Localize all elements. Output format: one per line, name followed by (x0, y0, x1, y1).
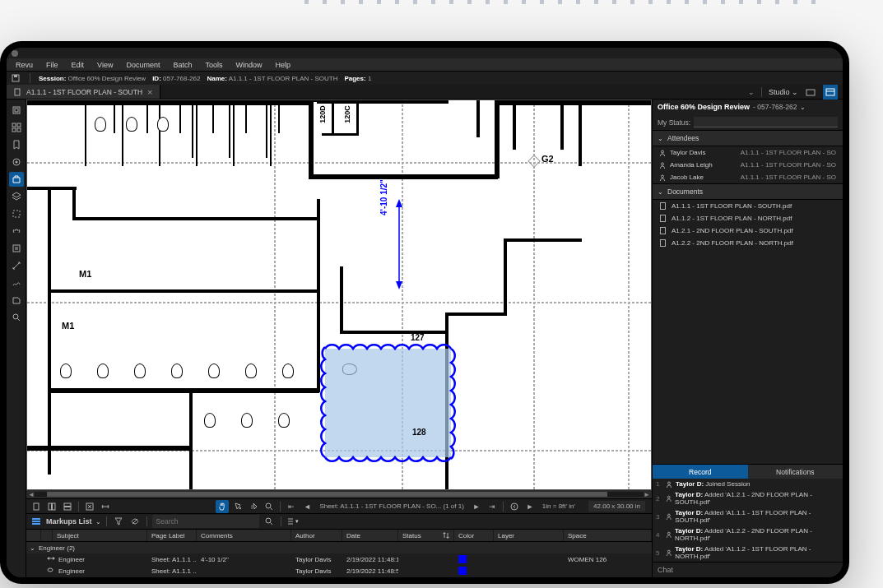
svg-point-34 (511, 503, 518, 510)
chevron-down-icon[interactable]: ⌄ (800, 104, 806, 111)
document-item[interactable]: A1.2.2 - 2ND FLOOR PLAN - NORTH.pdf (653, 237, 843, 249)
status-input[interactable] (694, 117, 838, 127)
markups-list-icon[interactable] (30, 515, 43, 528)
markup-row[interactable]: EngineerSheet: A1.1.1 ...4'-10 1/2"Taylo… (26, 553, 652, 565)
column-color[interactable]: Color (454, 530, 494, 541)
column-layer[interactable]: Layer (494, 530, 564, 541)
tool-chest-icon[interactable] (9, 172, 24, 187)
column-date[interactable]: Date (342, 530, 398, 541)
properties-icon[interactable] (9, 155, 24, 169)
markup-date: 2/19/2022 11:48:19 ... (342, 556, 398, 563)
svg-point-62 (667, 550, 670, 553)
studio-sessions-icon[interactable] (823, 85, 838, 100)
svg-rect-4 (826, 89, 834, 95)
single-page-icon[interactable] (30, 500, 43, 513)
session-save-icon[interactable] (10, 72, 21, 84)
column-status[interactable]: Status (398, 530, 454, 541)
menu-revu[interactable]: Revu (10, 59, 39, 71)
columns-icon[interactable]: ▾ (286, 515, 300, 528)
layers-icon[interactable] (9, 189, 24, 204)
svg-marker-49 (47, 557, 49, 560)
side-by-side-icon[interactable] (61, 500, 74, 513)
documents-section[interactable]: ⌄ Documents (653, 183, 843, 200)
menu-help[interactable]: Help (269, 59, 296, 71)
studio-projects-icon[interactable] (803, 85, 818, 100)
search-icon[interactable] (9, 310, 24, 325)
column-author[interactable]: Author (291, 530, 342, 541)
studio-dropdown[interactable]: Studio ⌄ (769, 88, 798, 96)
bookmarks-icon[interactable] (9, 137, 24, 152)
thumbnails-icon[interactable] (9, 120, 24, 135)
measurements-icon[interactable] (9, 258, 24, 273)
hide-markups-icon[interactable] (128, 515, 142, 528)
file-access-icon[interactable] (9, 103, 24, 118)
column-comments[interactable]: Comments (197, 530, 291, 541)
signatures-icon[interactable] (9, 275, 24, 290)
column-subject[interactable]: Subject (53, 530, 147, 541)
menu-document[interactable]: Document (120, 59, 165, 71)
menu-window[interactable]: Window (230, 59, 267, 71)
scrollbar-horizontal[interactable]: ◄ ► (26, 490, 652, 498)
person-icon (666, 549, 672, 556)
svg-rect-7 (15, 109, 18, 112)
sets-icon[interactable] (9, 293, 24, 308)
markup-row[interactable]: EngineerSheet: A1.1.1 ...Taylor Davis2/1… (26, 565, 652, 576)
spaces-icon[interactable] (9, 206, 24, 221)
markups-dropdown-icon[interactable]: ⌄ (95, 518, 101, 525)
menu-batch[interactable]: Batch (167, 59, 198, 71)
markups-group[interactable]: ⌄ Engineer (2) (26, 542, 652, 553)
chat-label[interactable]: Chat (653, 562, 843, 577)
search-icon[interactable] (263, 515, 276, 528)
sort-icon[interactable] (443, 532, 449, 539)
svg-text:I: I (251, 503, 253, 511)
studio-session-id: 057-768-262 (757, 103, 797, 111)
tab-notifications[interactable]: Notifications (748, 465, 843, 479)
prev-view-icon[interactable] (508, 500, 521, 513)
fit-width-icon[interactable] (99, 500, 112, 513)
menubar: Revu File Edit View Document Batch Tools… (7, 58, 843, 72)
window-control[interactable] (12, 50, 18, 57)
prev-page-icon[interactable]: ◄ (300, 500, 314, 513)
first-page-icon[interactable]: ⇤ (285, 500, 298, 513)
svg-rect-8 (12, 123, 16, 127)
svg-rect-54 (661, 203, 666, 210)
text-select-icon[interactable]: I (247, 500, 260, 513)
tab-record[interactable]: Record (653, 465, 748, 479)
document-tab-label: A1.1.1 - 1ST FLOOR PLAN - SOUTH (26, 88, 142, 96)
attendee-row[interactable]: Jacob LakeA1.1.1 - 1ST FLOOR PLAN - SO (653, 171, 843, 183)
last-page-icon[interactable]: ⇥ (486, 500, 499, 513)
column-page[interactable]: Page Label (147, 530, 197, 541)
menu-view[interactable]: View (91, 59, 119, 71)
pan-tool-icon[interactable] (216, 500, 229, 513)
document-item[interactable]: A1.1.2 - 1ST FLOOR PLAN - NORTH.pdf (653, 212, 843, 225)
attendees-label: Attendees (667, 134, 699, 142)
document-item[interactable]: A1.2.1 - 2ND FLOOR PLAN - SOUTH.pdf (653, 225, 843, 237)
attendees-section[interactable]: ⌄ Attendees (653, 130, 843, 146)
menu-file[interactable]: File (40, 59, 64, 71)
forms-icon[interactable] (9, 241, 24, 256)
attendee-row[interactable]: Taylor DavisA1.1.1 - 1ST FLOOR PLAN - SO (653, 146, 843, 159)
document-item[interactable]: A1.1.1 - 1ST FLOOR PLAN - SOUTH.pdf (653, 200, 843, 212)
select-tool-icon[interactable] (231, 500, 244, 513)
svg-rect-26 (49, 503, 52, 510)
markups-search-input[interactable] (152, 515, 259, 528)
svg-rect-9 (17, 123, 21, 127)
zoom-tool-icon[interactable] (263, 500, 276, 513)
document-tab[interactable]: A1.1.1 - 1ST FLOOR PLAN - SOUTH × (7, 85, 160, 99)
tab-dropdown-icon[interactable]: ⌄ (748, 88, 755, 96)
attendee-row[interactable]: Amanda LeighA1.1.1 - 1ST FLOOR PLAN - SO (653, 159, 843, 171)
svg-point-58 (668, 482, 671, 484)
links-icon[interactable] (9, 224, 24, 238)
menu-edit[interactable]: Edit (66, 59, 91, 71)
fit-page-icon[interactable] (83, 500, 96, 513)
status-label: My Status: (658, 118, 690, 127)
continuous-icon[interactable] (45, 500, 58, 513)
svg-point-59 (667, 496, 670, 498)
column-space[interactable]: Space (564, 530, 652, 541)
menu-tools[interactable]: Tools (199, 59, 228, 71)
document-canvas[interactable]: 4'-10 1/2" G2 M1 M1 127 128 1 (26, 100, 652, 490)
close-icon[interactable]: × (147, 87, 152, 97)
next-page-icon[interactable]: ► (470, 500, 483, 513)
filter-icon[interactable] (112, 515, 125, 528)
next-view-icon[interactable]: ► (523, 500, 537, 513)
